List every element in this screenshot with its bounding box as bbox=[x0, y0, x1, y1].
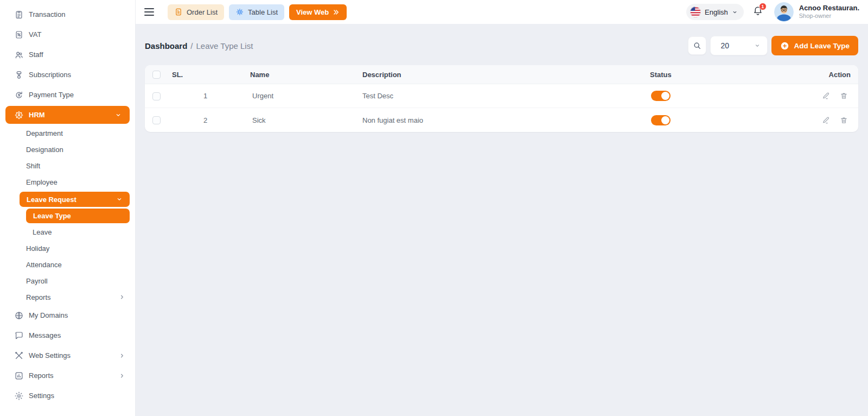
sidebar-item-subscriptions[interactable]: Subscriptions bbox=[0, 65, 135, 85]
add-leave-type-button[interactable]: Add Leave Type bbox=[771, 36, 858, 55]
sidebar-item-attendance[interactable]: Attendance bbox=[0, 256, 135, 273]
column-header-name: Name bbox=[248, 71, 360, 79]
sidebar-nav: TransactionVATStaffSubscriptionsPayment … bbox=[0, 4, 135, 406]
staff-icon bbox=[14, 50, 24, 60]
notification-badge: 1 bbox=[759, 3, 767, 10]
table-header-row: SL. Name Description Status Action bbox=[145, 65, 858, 84]
messages-icon bbox=[14, 331, 24, 341]
column-header-action: Action bbox=[818, 71, 858, 79]
content: Dashboard / Leave Type List 20 Add Leave… bbox=[136, 24, 868, 132]
sidebar-item-payment-type[interactable]: Payment Type bbox=[0, 85, 135, 105]
sidebar-item-hrm[interactable]: HRM bbox=[5, 106, 130, 124]
row-checkbox[interactable] bbox=[152, 116, 161, 124]
order-list-label: Order List bbox=[187, 8, 218, 16]
chevron-right-icon bbox=[119, 352, 125, 359]
search-button[interactable] bbox=[688, 36, 706, 55]
sidebar-item-staff[interactable]: Staff bbox=[0, 45, 135, 65]
delete-button[interactable] bbox=[840, 116, 848, 124]
sidebar-item-hrm-reports[interactable]: Reports bbox=[0, 289, 135, 305]
description-cell: Non fugiat est maio bbox=[360, 116, 648, 124]
sidebar-item-vat[interactable]: VAT bbox=[0, 24, 135, 45]
table-row: 1UrgentTest Desc bbox=[145, 84, 858, 108]
sidebar-item-label: Web Settings bbox=[29, 351, 114, 360]
sidebar-item-leave-type[interactable]: Leave Type bbox=[26, 209, 130, 223]
web-settings-icon bbox=[14, 351, 24, 361]
language-label: English bbox=[705, 8, 728, 16]
sidebar-item-label: Messages bbox=[29, 331, 125, 339]
language-selector[interactable]: English bbox=[686, 4, 744, 20]
breadcrumb-root[interactable]: Dashboard bbox=[145, 41, 187, 51]
reports-icon bbox=[14, 371, 24, 381]
invoice-icon bbox=[174, 8, 183, 16]
sidebar-item-my-domains[interactable]: My Domains bbox=[0, 305, 135, 325]
sidebar-item-payroll[interactable]: Payroll bbox=[0, 273, 135, 289]
sidebar-item-label: Shift bbox=[26, 162, 125, 170]
select-all-checkbox[interactable] bbox=[152, 71, 161, 79]
chevron-down-icon bbox=[115, 112, 122, 118]
sidebar: TransactionVATStaffSubscriptionsPayment … bbox=[0, 0, 136, 416]
sidebar-item-shift[interactable]: Shift bbox=[0, 157, 135, 174]
sidebar-item-reports[interactable]: Reports bbox=[0, 365, 135, 386]
globe-icon bbox=[14, 311, 24, 320]
table-list-button[interactable]: Table List bbox=[229, 4, 284, 20]
column-header-sl: SL. bbox=[170, 71, 248, 79]
view-web-label: View Web bbox=[296, 8, 329, 16]
sidebar-item-label: Leave bbox=[33, 228, 125, 236]
sidebar-item-leave[interactable]: Leave bbox=[0, 224, 135, 240]
sidebar-item-label: Payroll bbox=[26, 277, 125, 285]
payment-type-icon bbox=[14, 90, 24, 100]
sidebar-item-label: Designation bbox=[26, 146, 125, 154]
sidebar-item-settings[interactable]: Settings bbox=[0, 386, 135, 406]
sidebar-item-employee[interactable]: Employee bbox=[0, 174, 135, 190]
chevron-down-icon bbox=[116, 196, 123, 203]
sidebar-item-leave-request[interactable]: Leave Request bbox=[20, 192, 130, 207]
sidebar-item-designation[interactable]: Designation bbox=[0, 141, 135, 157]
cog-icon bbox=[235, 8, 244, 16]
sl-cell: 1 bbox=[170, 92, 248, 100]
name-cell: Sick bbox=[248, 116, 360, 124]
toggle-knob bbox=[661, 92, 669, 100]
edit-button[interactable] bbox=[822, 92, 830, 100]
name-cell: Urgent bbox=[248, 92, 360, 100]
menu-toggle-button[interactable] bbox=[143, 6, 155, 18]
leave-type-table: SL. Name Description Status Action 1Urge… bbox=[145, 65, 858, 132]
sidebar-item-label: VAT bbox=[29, 30, 125, 39]
page-controls: 20 Add Leave Type bbox=[688, 36, 858, 55]
sidebar-item-holiday[interactable]: Holiday bbox=[0, 240, 135, 256]
main-area: Order List Table List View Web English 1 bbox=[136, 0, 868, 416]
topbar-left: Order List Table List View Web bbox=[143, 4, 347, 20]
row-checkbox[interactable] bbox=[152, 92, 161, 100]
user-role: Shop-owner bbox=[799, 12, 859, 20]
edit-button[interactable] bbox=[822, 116, 830, 124]
hrm-icon bbox=[14, 110, 24, 120]
sidebar-item-label: Subscriptions bbox=[29, 71, 125, 79]
sidebar-item-department[interactable]: Department bbox=[0, 125, 135, 141]
table-row: 2SickNon fugiat est maio bbox=[145, 108, 858, 132]
status-toggle[interactable] bbox=[651, 91, 671, 101]
breadcrumb-separator: / bbox=[190, 41, 193, 51]
table-body: 1UrgentTest Desc2SickNon fugiat est maio bbox=[145, 84, 858, 132]
transaction-icon bbox=[14, 10, 24, 20]
trash-icon bbox=[840, 92, 848, 100]
notifications-button[interactable]: 1 bbox=[752, 5, 763, 18]
sidebar-item-label: Payment Type bbox=[29, 91, 125, 99]
avatar bbox=[774, 2, 794, 22]
sidebar-item-label: Leave Request bbox=[27, 196, 111, 204]
sidebar-item-transaction[interactable]: Transaction bbox=[0, 4, 135, 24]
sidebar-item-label: My Domains bbox=[29, 311, 125, 319]
sidebar-item-label: Leave Type bbox=[33, 212, 123, 220]
sidebar-item-label: Employee bbox=[26, 178, 125, 186]
page-size-select[interactable]: 20 bbox=[710, 36, 768, 55]
delete-button[interactable] bbox=[840, 92, 848, 100]
sidebar-item-web-settings[interactable]: Web Settings bbox=[0, 345, 135, 365]
view-web-button[interactable]: View Web bbox=[289, 4, 347, 20]
sidebar-item-label: Holiday bbox=[26, 244, 125, 253]
sidebar-item-messages[interactable]: Messages bbox=[0, 325, 135, 345]
status-toggle[interactable] bbox=[651, 115, 671, 125]
page-header: Dashboard / Leave Type List 20 Add Leave… bbox=[145, 34, 858, 58]
sidebar-item-label: Reports bbox=[29, 371, 114, 380]
user-menu[interactable]: Acnoo Restauran. Shop-owner bbox=[774, 2, 859, 22]
order-list-button[interactable]: Order List bbox=[168, 4, 224, 20]
double-chevron-right-icon bbox=[333, 9, 340, 16]
sl-cell: 2 bbox=[170, 116, 248, 124]
